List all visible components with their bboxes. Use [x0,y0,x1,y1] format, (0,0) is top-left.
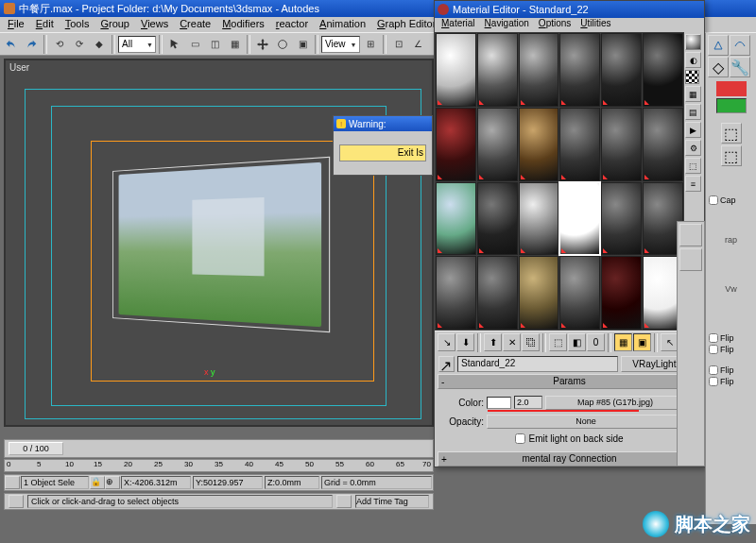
show-in-viewport-button[interactable]: ▦ [614,333,632,351]
material-slot[interactable] [559,33,600,107]
params-rollout-header[interactable]: -Params [438,374,701,389]
coord-y-field[interactable]: Y:50129.957 [193,476,263,489]
sample-uv-button[interactable]: ▦ [685,86,701,102]
material-slot[interactable] [436,182,476,256]
reset-map-button[interactable]: ✕ [503,333,521,351]
opacity-map-button[interactable]: None [487,415,685,429]
options-button[interactable]: ⚙ [685,140,701,156]
material-slot-selected[interactable] [559,182,600,256]
material-slot[interactable] [477,256,518,330]
angle-snap-button[interactable]: ∠ [409,35,428,54]
color-map-button[interactable]: Map #85 (G17b.jpg) [545,396,685,410]
put-to-lib-button[interactable]: ◧ [568,333,586,351]
viewport-panel[interactable]: User x y [4,59,434,427]
mat-map-nav-button[interactable]: ≡ [685,176,701,192]
backlight-button[interactable]: ◐ [685,52,701,68]
unlink-button[interactable]: ⟳ [70,35,89,54]
add-time-tag[interactable]: Add Time Tag [355,495,429,508]
material-slot[interactable] [643,33,683,107]
me-menu-navigation[interactable]: Navigation [480,18,534,32]
sample-type-button[interactable] [685,34,701,50]
make-preview-button[interactable]: ▶ [685,122,701,138]
coord-x-field[interactable]: X:-4206.312m [121,476,191,489]
time-slider[interactable]: 0 / 100 [4,439,434,458]
menu-tools[interactable]: Tools [60,17,95,32]
material-slot[interactable] [436,33,476,107]
material-editor-titlebar[interactable]: Material Editor - Standard_22 [435,1,704,18]
axis-gizmo[interactable]: x y [204,367,215,377]
material-slot[interactable] [519,33,559,107]
material-slot[interactable] [643,108,683,181]
time-ruler[interactable]: 0 5 10 15 20 25 30 35 40 45 50 55 60 65 … [4,459,434,472]
me-menu-material[interactable]: Material [437,18,480,32]
coord-z-field[interactable]: Z:0.0mm [265,476,319,489]
material-name-field[interactable]: Standard_22 [457,356,618,372]
material-slot[interactable] [519,256,559,330]
material-slot[interactable] [477,182,518,256]
modify-tab[interactable] [730,35,750,56]
lock-selection-button[interactable] [5,476,20,489]
hierarchy-tab[interactable]: ◇ [708,57,729,77]
material-slot[interactable] [519,108,559,181]
menu-reactor[interactable]: reactor [270,17,314,32]
flip-checkbox[interactable] [709,333,718,343]
material-slot[interactable] [436,108,476,181]
emit-backside-checkbox[interactable] [515,433,525,444]
me-menu-options[interactable]: Options [534,18,576,32]
mentalray-rollout-header[interactable]: +mental ray Connection [438,451,701,467]
menu-edit[interactable]: Edit [30,17,60,32]
create-tab[interactable] [708,35,729,56]
pick-material-button[interactable]: ↗ [438,356,455,372]
selection-filter-combo[interactable]: All [118,36,156,53]
abs-rel-button[interactable]: ⊕ [105,476,120,489]
video-check-button[interactable]: ▤ [685,104,701,120]
select-by-mat-button[interactable]: ⬚ [685,158,701,174]
panel-button[interactable]: ⬚ [721,145,742,166]
material-slot[interactable] [477,33,518,107]
menu-group[interactable]: Group [94,17,135,32]
lock-icon[interactable]: 🔒 [90,476,105,489]
show-end-result-button[interactable]: ▣ [633,333,651,351]
color-swatch-green[interactable] [716,98,747,113]
get-material-button[interactable]: ↘ [438,333,455,351]
put-to-scene-button[interactable]: ⬇ [456,333,474,351]
util-tab[interactable]: 🔧 [730,57,750,77]
color-swatch[interactable] [487,397,511,409]
matid-button[interactable]: 0 [587,333,605,351]
menu-modifiers[interactable]: Modifiers [216,17,270,32]
material-slot[interactable] [436,256,476,330]
warning-titlebar[interactable]: ! Warning: [334,116,432,131]
refcoord-combo[interactable]: View [321,36,360,53]
material-slot[interactable] [601,182,642,256]
flip-checkbox4[interactable] [709,377,718,386]
background-button[interactable] [685,70,699,84]
bind-button[interactable]: ◆ [90,35,109,54]
aux-button[interactable] [679,224,702,246]
select-region-button[interactable]: ◫ [205,35,224,54]
material-slot[interactable] [601,108,642,181]
assign-to-sel-button[interactable]: ⬆ [484,333,502,351]
undo-button[interactable] [2,35,21,54]
material-slot[interactable] [559,256,600,330]
pivot-button[interactable]: ⊞ [361,35,380,54]
flip-checkbox3[interactable] [709,365,718,375]
select-name-button[interactable]: ▭ [185,35,204,54]
make-copy-button[interactable]: ⿻ [522,333,540,351]
aux-button[interactable] [679,248,702,271]
make-unique-button[interactable]: ⬚ [549,333,567,351]
material-slot[interactable] [601,256,642,330]
warning-exit-button[interactable]: Exit Is [339,144,426,161]
menu-file[interactable]: File [2,17,30,32]
menu-animation[interactable]: Animation [314,17,371,32]
timetag-icon[interactable] [336,495,352,508]
snap-button[interactable]: ⊡ [389,35,408,54]
menu-views[interactable]: Views [135,17,174,32]
scale-button[interactable]: ▣ [293,35,312,54]
select-button[interactable] [165,35,184,54]
move-button[interactable] [253,35,272,54]
maxscript-button[interactable] [9,495,24,508]
material-slot[interactable] [601,33,642,107]
color-swatch-red[interactable] [716,81,747,96]
menu-create[interactable]: Create [174,17,216,32]
rotate-button[interactable] [273,35,292,54]
